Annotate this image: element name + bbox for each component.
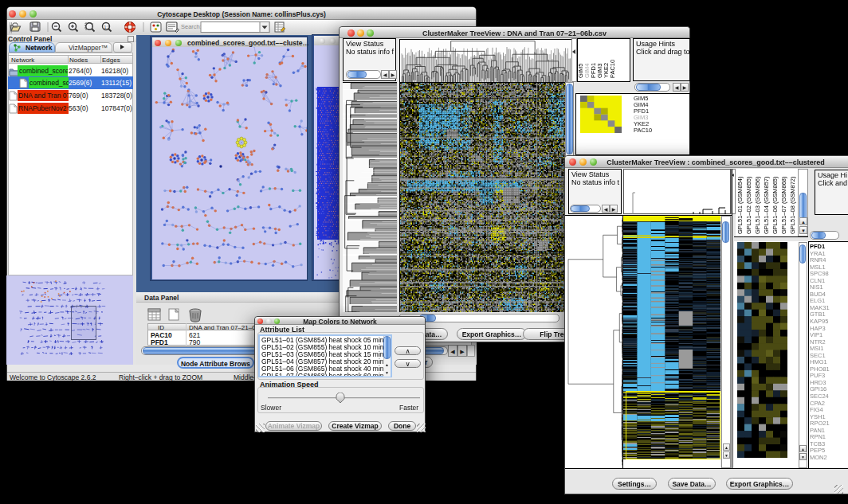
svg-text:Search:: Search: bbox=[181, 23, 202, 30]
svg-text:1:1: 1:1 bbox=[104, 25, 110, 29]
